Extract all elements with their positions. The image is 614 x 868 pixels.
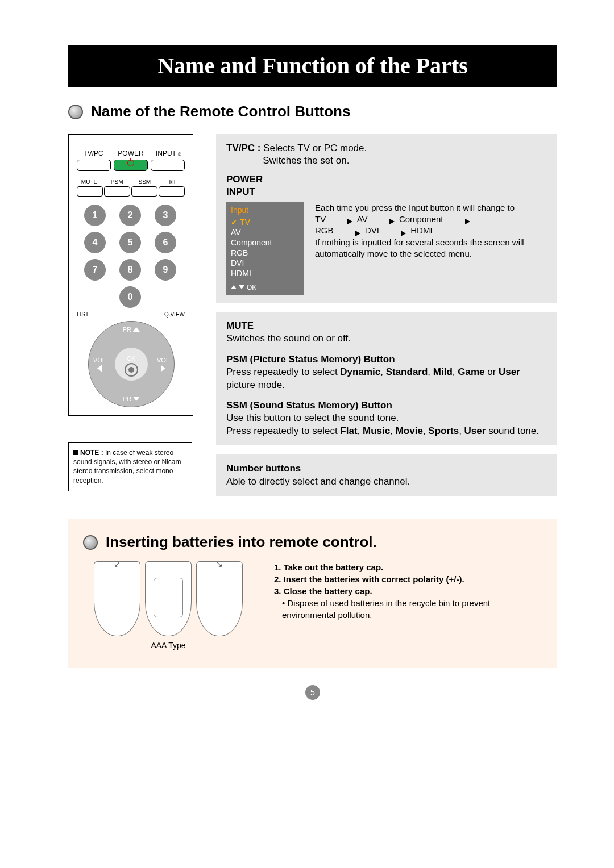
step-2: 2. Insert the batteries with correct pol… [274, 573, 542, 585]
section1-title: Name of the Remote Control Buttons [91, 103, 350, 120]
step-bullet: • Dispose of used batteries in the recyc… [282, 597, 542, 621]
cap-arrow-icon: ↘ [216, 560, 223, 569]
cycle-hdmi: HDMI [410, 226, 432, 235]
battery-steps: 1. Take out the battery cap. 2. Insert t… [254, 561, 542, 621]
psm-opt-3: Game [458, 366, 484, 377]
input-menu-footer: OK [231, 281, 299, 291]
label-power: POWER [114, 149, 147, 157]
mute-title: MUTE [226, 320, 547, 332]
input-menu-item-tv: TV [240, 218, 250, 227]
remote-top-buttons [77, 160, 185, 171]
ssm-prefix: Press repeatedly to select [226, 425, 340, 436]
input-desc-1: Each time you press the Input button it … [315, 202, 547, 214]
mute-button [77, 186, 103, 197]
remote-row2-buttons [77, 186, 185, 197]
number-keypad: 1 2 3 4 5 6 7 8 9 0 [84, 205, 177, 309]
triangle-down-small-icon [239, 285, 244, 289]
triangle-down-icon [133, 397, 140, 401]
power-heading: POWER [226, 173, 547, 186]
vol-left: VOL [93, 357, 106, 372]
label-ssm: SSM [132, 179, 157, 185]
vol-right-text: VOL [157, 357, 169, 364]
note-label: NOTE : [80, 449, 103, 457]
ssm-opt-2: Movie [396, 425, 423, 436]
remote-row1-labels: TV/PC POWER INPUT ⎚ [77, 149, 185, 157]
section2-heading: Inserting batteries into remote control. [83, 533, 542, 551]
psm-prefix: Press repeatedly to select [226, 366, 340, 377]
input-symbol: ⎚ [178, 151, 181, 157]
battery-section: Inserting batteries into remote control.… [68, 519, 557, 668]
input-menu-av: AV [231, 227, 299, 237]
aaa-type-label: AAA Type [151, 641, 185, 650]
note-bullet-icon [73, 450, 78, 455]
arrow-icon [330, 219, 352, 224]
numbtn-title: Number buttons [226, 462, 547, 475]
arrow-icon [384, 231, 406, 236]
psm-button [104, 186, 130, 197]
psm-opt-1: Standard [386, 366, 428, 377]
psm-suffix: picture mode. [226, 379, 285, 390]
ssm-text: Press repeatedly to select Flat, Music, … [226, 425, 547, 437]
battery-content: ↙ ↘ AAA Type 1. Take out the battery cap… [83, 561, 542, 650]
number-buttons-block: Number buttons Able to directly select a… [216, 454, 557, 496]
input-menu-hdmi: HDMI [231, 268, 299, 278]
battery-diagram: ↙ ↘ AAA Type [83, 561, 254, 650]
num-8: 8 [119, 259, 141, 281]
pr-down: PR [123, 395, 140, 402]
input-panel: Input ✓TV AV Component RGB DVI HDMI OK [226, 202, 547, 295]
dpad-wrap: PR PR VOL VOL OK [88, 321, 173, 406]
psm-text: Press repeatedly to select Dynamic, Stan… [226, 366, 547, 391]
triangle-up-small-icon [231, 285, 237, 289]
label-tvpc: TV/PC [77, 149, 110, 157]
ssm-opt-4: User [464, 425, 486, 436]
label-input: INPUT ⎚ [152, 149, 185, 157]
cap-arrow-icon: ↙ [114, 560, 121, 569]
num-7: 7 [84, 259, 106, 281]
step-1: 1. Take out the battery cap. [274, 561, 542, 573]
ssm-button [131, 186, 157, 197]
vol-left-text: VOL [93, 357, 106, 364]
bullet-icon [68, 105, 83, 119]
ssm-opt-3: Sports [428, 425, 459, 436]
input-menu-rgb: RGB [231, 248, 299, 258]
page-number: 5 [305, 685, 320, 700]
num-1: 1 [84, 205, 106, 226]
tvpc-power-input-block: TV/PC : Selects TV or PC mode. TV/PC : S… [216, 134, 557, 303]
tvpc-line2: Switches the set on. [263, 155, 349, 166]
label-i-ii: I/II [160, 179, 185, 185]
page-title-text: Name and Function of the Parts [157, 53, 468, 78]
label-qview: Q.VIEW [164, 311, 185, 318]
tvpc-line: TV/PC : Selects TV or PC mode. TV/PC : S… [226, 142, 547, 168]
cycle-tv: TV [315, 214, 326, 224]
remote-diagram: TV/PC POWER INPUT ⎚ MUTE PSM SSM I/II [68, 134, 193, 416]
num-4: 4 [84, 232, 106, 253]
description-column: TV/PC : Selects TV or PC mode. TV/PC : S… [216, 134, 557, 505]
arrow-icon [338, 231, 360, 236]
label-list: LIST [77, 311, 89, 318]
triangle-right-icon [161, 365, 165, 372]
num-3: 3 [155, 205, 176, 226]
section2-title: Inserting batteries into remote control. [106, 533, 377, 551]
remote-back-closing: ↘ [196, 561, 243, 636]
input-menu-title: Input [231, 206, 299, 215]
input-heading: INPUT [226, 186, 547, 198]
label-mute: MUTE [77, 179, 102, 185]
arrow-icon [372, 219, 395, 224]
remote-back-open [145, 561, 192, 636]
ssm-line1: Use this button to select the sound tone… [226, 412, 547, 424]
vol-right: VOL [157, 357, 169, 372]
input-osd-menu: Input ✓TV AV Component RGB DVI HDMI OK [226, 202, 304, 295]
remote-column: TV/PC POWER INPUT ⎚ MUTE PSM SSM I/II [68, 134, 205, 491]
cycle-rgb: RGB [315, 226, 334, 235]
bullet-icon [83, 535, 98, 550]
ssm-opt-0: Flat [340, 425, 357, 436]
label-input-text: INPUT [156, 149, 176, 157]
pr-up-text: PR [123, 326, 131, 333]
page-title-bar: Name and Function of the Parts [68, 45, 557, 87]
psm-title: PSM (Picture Status Memory) Button [226, 353, 547, 366]
list-qview-row: LIST Q.VIEW [77, 311, 185, 318]
battery-diagram-row: ↙ ↘ [94, 561, 243, 636]
input-menu-dvi: DVI [231, 258, 299, 268]
num-6: 6 [155, 232, 176, 253]
label-psm: PSM [105, 179, 130, 185]
